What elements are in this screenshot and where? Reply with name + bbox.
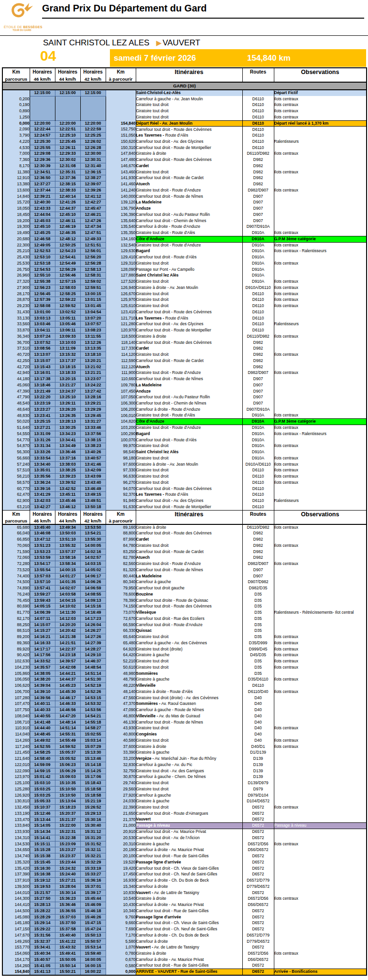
stage-distance: 154,840 km [247, 53, 291, 63]
cell-km-a-parcourir: 52,210 [106, 659, 136, 665]
cell-horaire-44: 14:45:23 [55, 683, 80, 689]
cell-horaire-42: 14:51:14 [80, 671, 106, 677]
cell-km-a-parcourir: 33,200 [106, 756, 136, 762]
cell-observation [274, 266, 367, 273]
cell-itineraire: Giratoire tout droit (droite) - Av. des … [136, 695, 242, 701]
cell-route: D907/D910A [242, 406, 274, 413]
cell-horaire-44: 13:51:10 [55, 537, 80, 543]
cell-horaire-46: 14:33:52 [30, 659, 55, 665]
cell-km-parcourus: 130,810 [2, 799, 30, 805]
cell-km-a-parcourir: 0,580 [106, 963, 136, 969]
cell-route: D907 [242, 567, 274, 573]
cell-itineraire: Carrefour tout droit - Route d'Alès [136, 437, 242, 443]
cell-horaire-46: 14:40:55 [30, 713, 55, 719]
cell-km-a-parcourir: 99,970 [106, 443, 136, 449]
col-header-horaires-46: Horaires46 km/h [30, 68, 55, 82]
cell-horaire-42: 14:03:15 [80, 561, 106, 567]
cell-observation [274, 346, 367, 352]
cell-horaire-44: 12:56:29 [55, 266, 80, 273]
cell-route: D907 [242, 401, 274, 407]
cell-route: D907 [242, 376, 274, 383]
cell-observation: Ilots centraux [274, 725, 367, 732]
table-row: 144,41015:28:1315:36:4615:46:0910,430Car… [2, 902, 367, 908]
cell-route: D982/D907 [242, 370, 274, 376]
cell-horaire-42: 12:22:59 [80, 127, 106, 133]
cell-observation [274, 817, 367, 823]
table-row: 107,75014:40:3314:46:5614:53:5647,090Car… [2, 707, 367, 714]
cell-observation: Ilots centraux [274, 114, 367, 120]
cell-km-parcourus: 123,970 [2, 774, 30, 780]
cell-itineraire: Carrefour tout droit gauche [136, 586, 242, 592]
cell-horaire-42: 14:54:21 [80, 713, 106, 719]
cell-horaire-42: 14:52:26 [80, 689, 106, 695]
cell-itineraire: Giratoire tout droit [136, 443, 242, 449]
cell-itineraire: Les Tavernes - Route d'Alès [136, 133, 242, 139]
cell-observation [274, 193, 367, 200]
cell-horaire-44: 15:37:50 [55, 920, 80, 927]
cell-km-parcourus: 19,300 [2, 224, 30, 230]
table-row: 13,38012:37:2712:38:1512:39:07141,460Atu… [2, 181, 367, 188]
cell-km-a-parcourir: 21,000 [106, 823, 136, 829]
cell-horaire-44: 12:45:10 [55, 212, 80, 218]
cell-horaire-46: 15:28:13 [30, 902, 55, 908]
cell-horaire-42: 12:47:34 [80, 224, 106, 230]
cell-observation [274, 273, 367, 279]
table-row: 44,18013:17:3813:20:1513:23:07110,660Car… [2, 376, 367, 383]
cell-itineraire: Carrefour tout droit - Route des Cévènne… [136, 157, 242, 163]
stage-route: SAINT CHRISTOL LEZ ALES▶VAUVERT [43, 38, 200, 48]
cell-horaire-46: 13:39:16 [30, 486, 55, 492]
cell-km-a-parcourir [106, 114, 136, 120]
cell-km-a-parcourir: 7,170 [106, 932, 136, 938]
stage-date-bar: samedi 7 février 2026 154,840 km [110, 49, 366, 67]
roadbook-page: { "header": { "logo": {"line1a": "ÉTOILE… [0, 0, 368, 980]
cell-horaire-46: 12:29:08 [30, 151, 55, 157]
cell-horaire-42: 14:58:27 [80, 725, 106, 732]
cell-km-parcourus: 33,560 [2, 321, 30, 328]
table-row: 134,74015:15:3815:23:3715:32:2120,100Car… [2, 853, 367, 860]
cell-route: D6572 [242, 969, 274, 975]
cell-route: D35 [242, 634, 274, 640]
table-row: 3,79012:24:5712:25:1012:25:25151,050Les … [2, 133, 367, 139]
cell-horaire-42: 12:38:27 [80, 175, 106, 181]
table-row: 36,34013:07:2413:09:3313:11:55118,500Gir… [2, 333, 367, 340]
table-row: 18,05012:43:3312:44:3712:45:47136,790And… [2, 206, 367, 212]
cell-horaire-42: 15:46:18 [80, 908, 106, 914]
cell-route: D6110 [242, 138, 274, 145]
cell-km-a-parcourir: 91,940 [106, 498, 136, 504]
table-row: 25,21012:52:5312:54:2312:56:01129,630Bag… [2, 248, 367, 255]
cell-route: D6110 [242, 114, 274, 120]
table-row: 19,30012:45:1012:46:1912:47:34135,540Car… [2, 224, 367, 230]
cell-horaire-42: 12:15:00 [80, 90, 106, 96]
table-row: 40,72013:13:0713:15:3213:18:10114,120Gir… [2, 352, 367, 358]
cell-horaire-42: 15:31:20 [80, 835, 106, 841]
cell-horaire-46: 14:16:21 [30, 634, 55, 640]
table-row: 62,47013:41:2913:45:1113:49:1592,370Les … [2, 492, 367, 498]
table-row: 57,24013:34:4013:38:0313:41:4697,600Gira… [2, 461, 367, 468]
table-row: 74,89013:57:4114:02:0714:06:5979,950Carr… [2, 586, 367, 592]
cell-horaire-46: 12:55:38 [30, 279, 55, 285]
cell-horaire-46: 14:49:02 [30, 737, 55, 744]
cell-horaire-46: 13:53:23 [30, 549, 55, 555]
cell-km-a-parcourir: 46,800 [106, 713, 136, 719]
cell-km-parcourus: 58,570 [2, 479, 30, 486]
cell-km-parcourus: 154,060 [2, 951, 30, 957]
table-row: 139,50015:19:5315:28:0415:37:0115,340Car… [2, 884, 367, 890]
cell-km-a-parcourir: 20,100 [106, 853, 136, 860]
cell-horaire-44 [55, 102, 80, 108]
table-row: 63,21013:42:2713:46:1213:50:1891,630Carr… [2, 504, 367, 510]
cell-km-parcourus: 28,870 [2, 297, 30, 303]
cell-observation: Passage à niveau [274, 823, 367, 829]
cell-observation: Ilots centraux [274, 425, 367, 431]
cell-km-a-parcourir: 146,670 [106, 163, 136, 169]
cell-horaire-44: 12:38:33 [55, 187, 80, 193]
cell-route: D6572/D56 [242, 951, 274, 957]
cell-km-parcourus: 71,590 [2, 549, 30, 555]
cell-observation [274, 555, 367, 561]
cell-km-parcourus: 8,170 [2, 163, 30, 169]
cell-route: D1/D139 [242, 750, 274, 756]
cell-horaire-46: 12:57:39 [30, 297, 55, 303]
cell-horaire-42: 14:53:56 [80, 707, 106, 714]
cell-horaire-46: 14:07:11 [30, 616, 55, 622]
cell-horaire-42: 14:27:39 [80, 640, 106, 646]
cell-horaire-42: 13:29:21 [80, 401, 106, 407]
